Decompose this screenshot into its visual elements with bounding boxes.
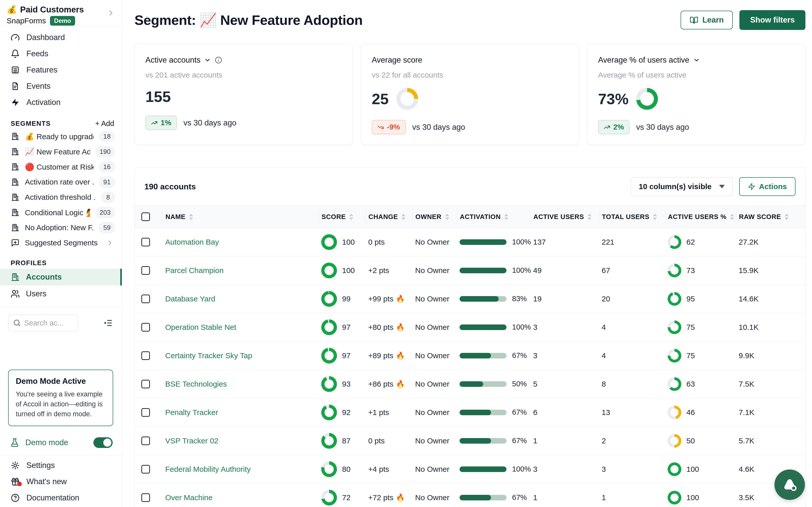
account-name-link[interactable]: Federal Mobility Authority [165, 465, 251, 473]
columns-visible-dropdown[interactable]: 10 column(s) visible [631, 177, 732, 196]
column-header[interactable]: SCORE [319, 210, 366, 223]
row-checkbox[interactable] [141, 408, 150, 417]
compare-label: vs 30 days ago [184, 118, 237, 127]
account-name-link[interactable]: BSE Technologies [165, 380, 227, 388]
column-header[interactable]: ACTIVE USERS % [665, 210, 736, 223]
column-header[interactable]: ACTIVE USERS [530, 210, 599, 223]
row-checkbox[interactable] [141, 266, 150, 275]
row-checkbox[interactable] [141, 465, 150, 473]
accounts-count: 190 accounts [144, 182, 631, 191]
column-header[interactable]: OWNER [413, 210, 457, 223]
metric-value: 25 [372, 90, 389, 108]
sidebar-item-users[interactable]: Users [0, 285, 122, 302]
column-header[interactable]: ACTIVATION [457, 210, 530, 223]
sidebar-item-accounts[interactable]: Accounts [0, 269, 122, 285]
sidebar-item-label: Features [27, 65, 57, 74]
column-header[interactable]: CHANGE [366, 210, 413, 223]
active-users-pct-value: 62 [687, 238, 695, 246]
sidebar-item-activation[interactable]: Activation [0, 94, 122, 111]
column-header[interactable]: TOTAL USERS [599, 210, 665, 223]
owner-label: No Owner [415, 408, 449, 417]
sidebar-item-suggested-segments[interactable]: Suggested Segments [0, 235, 122, 250]
profiles-section-header: PROFILES [0, 258, 122, 268]
sidebar-item-label: Events [27, 81, 50, 91]
show-filters-button[interactable]: Show filters [740, 10, 805, 30]
row-checkbox[interactable] [141, 238, 150, 246]
sidebar-nav: Dashboard Feeds Features Events Activati… [0, 26, 122, 111]
fire-emoji: 🔥 [396, 323, 405, 331]
account-name-link[interactable]: Automation Bay [165, 238, 219, 246]
actions-button[interactable]: Actions [739, 177, 796, 196]
workspace-header[interactable]: 💰 Paid Customers SnapForms Demo [0, 0, 122, 26]
account-name-link[interactable]: VSP Tracker 02 [165, 437, 218, 445]
row-checkbox[interactable] [141, 493, 150, 502]
row-checkbox[interactable] [141, 351, 150, 360]
add-segment-button[interactable]: + Add [95, 119, 114, 128]
sort-icon[interactable] [445, 214, 449, 220]
activation-percent: 100% [512, 266, 531, 275]
sidebar-item-features[interactable]: Features [0, 62, 122, 78]
fire-emoji: 🔥 [396, 351, 405, 360]
demo-mode-toggle[interactable] [93, 437, 113, 448]
sidebar-item-settings[interactable]: Settings [0, 457, 122, 473]
sort-icon[interactable] [653, 214, 657, 220]
row-checkbox[interactable] [141, 380, 150, 388]
owner-label: No Owner [415, 493, 449, 502]
account-name-link[interactable]: Operation Stable Net [165, 323, 236, 332]
table-row: Over Machine 72 +72 pts🔥 No Owner 67% 1 … [135, 484, 805, 507]
sort-icon[interactable] [588, 214, 592, 220]
chevron-down-icon[interactable] [204, 57, 211, 64]
sort-icon[interactable] [504, 214, 508, 220]
chat-fab-button[interactable] [774, 469, 805, 500]
building-icon [11, 273, 20, 282]
segment-item[interactable]: Activation threshold ... 8 [0, 189, 122, 205]
account-name-link[interactable]: Over Machine [165, 493, 213, 502]
active-users-pct-ring [668, 235, 681, 249]
account-name-link[interactable]: Database Yard [165, 294, 215, 303]
activation-percent: 100% [512, 323, 531, 331]
row-checkbox[interactable] [141, 323, 150, 332]
chevron-right-icon[interactable] [107, 9, 115, 17]
segment-item[interactable]: 📈 New Feature Ad... 190 [0, 144, 122, 159]
segments-title: SEGMENTS [11, 120, 51, 127]
active-users-value: 3 [533, 323, 538, 332]
select-all-checkbox[interactable] [141, 213, 150, 221]
account-name-link[interactable]: Parcel Champion [165, 266, 223, 275]
sort-icon[interactable] [730, 214, 734, 220]
info-icon[interactable] [215, 56, 222, 64]
segment-item[interactable]: 💰 Ready to upgrade 18 [0, 129, 122, 144]
sidebar-item-events[interactable]: Events [0, 78, 122, 94]
help-circle-icon [11, 493, 20, 502]
segment-label: No Adoption: New F... [25, 223, 94, 232]
sidebar-item-documentation[interactable]: Documentation [0, 490, 122, 506]
lightning-icon [11, 98, 20, 107]
raw-score-value: 5.7K [739, 437, 754, 445]
sidebar-item-whats-new[interactable]: What's new [0, 473, 122, 490]
sort-icon[interactable] [784, 214, 789, 220]
segment-item[interactable]: Conditional Logic 🙅 203 [0, 205, 122, 220]
segment-item[interactable]: 🔴 Customer at Risk 16 [0, 159, 122, 174]
activation-bar [460, 438, 506, 444]
account-name-link[interactable]: Penalty Tracker [165, 408, 218, 417]
segment-item[interactable]: Activation rate over ... 91 [0, 174, 122, 189]
column-header[interactable]: RAW SCORE [736, 210, 805, 223]
chevron-down-icon[interactable] [693, 57, 700, 64]
sort-icon[interactable] [189, 214, 193, 220]
search-icon [13, 319, 21, 327]
change-value: +80 pts [368, 323, 393, 332]
row-checkbox[interactable] [141, 294, 150, 303]
active-users-pct-ring [668, 406, 681, 419]
collapse-sidebar-icon[interactable] [103, 318, 113, 328]
sort-icon[interactable] [349, 214, 353, 220]
sidebar-item-dashboard[interactable]: Dashboard [0, 30, 122, 46]
account-name-link[interactable]: Certainty Tracker Sky Tap [165, 351, 252, 360]
building-icon [11, 177, 20, 186]
features-icon [11, 65, 20, 74]
learn-button[interactable]: Learn [680, 11, 733, 30]
sort-icon[interactable] [401, 214, 405, 220]
segment-item[interactable]: No Adoption: New F... 59 [0, 220, 122, 235]
sidebar-item-feeds[interactable]: Feeds [0, 46, 122, 62]
score-value: 99 [342, 294, 350, 303]
row-checkbox[interactable] [141, 437, 150, 445]
column-header[interactable]: NAME [163, 210, 319, 223]
